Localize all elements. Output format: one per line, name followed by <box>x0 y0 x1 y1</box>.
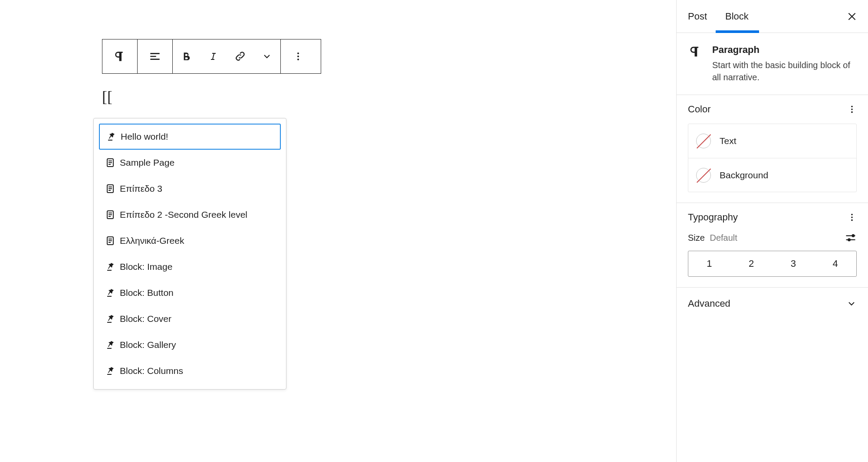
svg-point-1 <box>297 56 299 57</box>
page-icon <box>105 157 115 168</box>
text-color-button[interactable]: Text <box>688 124 856 158</box>
chevron-down-icon <box>262 51 272 62</box>
text-color-label: Text <box>720 136 736 146</box>
autocomplete-item[interactable]: Επίπεδο 3 <box>99 176 281 202</box>
typography-panel-options-button[interactable] <box>847 213 857 222</box>
autocomplete-item-label: Ελληνικά-Greek <box>120 236 184 246</box>
autocomplete-item-label: Block: Image <box>120 262 172 272</box>
pushpin-icon <box>105 314 115 324</box>
color-panel: Color Text Background <box>677 95 868 203</box>
font-size-preset-1[interactable]: 1 <box>688 251 730 276</box>
svg-point-7 <box>851 106 853 108</box>
pushpin-icon <box>105 262 115 272</box>
background-color-button[interactable]: Background <box>688 158 856 192</box>
advanced-panel-toggle[interactable]: Advanced <box>677 288 868 320</box>
block-type-description: Start with the basic building block of a… <box>712 59 857 83</box>
autocomplete-item[interactable]: Block: Columns <box>99 358 281 384</box>
svg-point-9 <box>851 111 853 113</box>
font-size-preset-2[interactable]: 2 <box>730 251 773 276</box>
autocomplete-item-label: Block: Columns <box>120 366 183 376</box>
link-icon <box>234 50 246 62</box>
font-size-preset-4[interactable]: 4 <box>814 251 856 276</box>
autocomplete-item-label: Sample Page <box>120 157 174 168</box>
size-label: Size <box>688 233 705 242</box>
typography-panel-title: Typography <box>688 212 738 223</box>
autocomplete-item-label: Επίπεδο 3 <box>120 183 162 194</box>
font-size-preset-3[interactable]: 3 <box>773 251 815 276</box>
autocomplete-item-label: Επίπεδο 2 -Second Greek level <box>120 210 247 220</box>
bold-button[interactable] <box>173 39 200 73</box>
more-vertical-icon <box>293 51 303 62</box>
close-sidebar-button[interactable] <box>845 10 858 23</box>
size-default-label: Default <box>710 233 737 242</box>
bold-icon <box>181 51 192 62</box>
block-options-button[interactable] <box>281 39 316 73</box>
tab-post[interactable]: Post <box>686 0 715 33</box>
align-left-icon <box>148 49 162 63</box>
block-type-paragraph-button[interactable] <box>102 39 137 73</box>
svg-point-2 <box>297 59 299 60</box>
autocomplete-item[interactable]: Block: Image <box>99 254 281 280</box>
autocomplete-item-label: Block: Cover <box>120 314 171 324</box>
color-panel-title: Color <box>688 104 711 115</box>
custom-size-toggle-button[interactable] <box>845 232 857 244</box>
autocomplete-item[interactable]: Block: Cover <box>99 306 281 332</box>
svg-point-12 <box>851 220 853 221</box>
block-info-panel: Paragraph Start with the basic building … <box>677 33 868 95</box>
tab-block[interactable]: Block <box>723 0 756 33</box>
autocomplete-item-label: Block: Button <box>120 288 174 298</box>
page-icon <box>105 183 115 194</box>
color-panel-options-button[interactable] <box>847 105 857 114</box>
more-vertical-icon <box>847 105 857 114</box>
autocomplete-item[interactable]: Ελληνικά-Greek <box>99 228 281 254</box>
autocomplete-item-label: Hello world! <box>121 131 168 142</box>
link-button[interactable] <box>227 39 253 73</box>
more-vertical-icon <box>847 213 857 222</box>
background-color-label: Background <box>720 170 768 180</box>
page-icon <box>105 236 115 246</box>
autocomplete-item[interactable]: Block: Button <box>99 280 281 306</box>
chevron-down-icon <box>846 298 857 309</box>
pushpin-icon <box>106 131 116 142</box>
page-icon <box>105 210 115 220</box>
settings-sidebar: Post Block Paragraph Start with the basi… <box>676 0 868 462</box>
svg-point-11 <box>851 216 853 218</box>
paragraph-icon <box>688 44 703 83</box>
svg-point-14 <box>848 238 851 241</box>
autocomplete-popup: Hello world!Sample PageΕπίπεδο 3Επίπεδο … <box>93 118 286 390</box>
typography-panel: Typography Size Default 1234 <box>677 203 868 288</box>
italic-button[interactable] <box>200 39 227 73</box>
paragraph-block-content[interactable]: [[ <box>102 88 676 106</box>
autocomplete-item-label: Block: Gallery <box>120 340 176 350</box>
block-type-title: Paragraph <box>712 44 857 56</box>
pushpin-icon <box>105 366 115 376</box>
align-button[interactable] <box>138 39 172 73</box>
svg-point-8 <box>851 108 853 110</box>
editor-canvas: A l l • l <box>0 0 676 462</box>
autocomplete-item[interactable]: Επίπεδο 2 -Second Greek level <box>99 202 281 228</box>
svg-point-0 <box>297 52 299 54</box>
paragraph-icon <box>113 49 127 63</box>
svg-point-13 <box>852 234 855 237</box>
italic-icon <box>208 51 218 62</box>
sidebar-tabs: Post Block <box>677 0 868 33</box>
autocomplete-item[interactable]: Hello world! <box>99 124 281 150</box>
empty-swatch-icon <box>696 168 711 183</box>
more-rich-text-button[interactable] <box>253 39 280 73</box>
pushpin-icon <box>105 288 115 298</box>
advanced-panel-title: Advanced <box>688 298 730 309</box>
empty-swatch-icon <box>696 134 711 148</box>
font-size-presets: 1234 <box>688 251 857 277</box>
close-icon <box>846 11 858 22</box>
sliders-icon <box>845 232 857 244</box>
autocomplete-item[interactable]: Sample Page <box>99 150 281 176</box>
pushpin-icon <box>105 340 115 350</box>
autocomplete-item[interactable]: Block: Gallery <box>99 332 281 358</box>
svg-point-10 <box>851 214 853 216</box>
block-toolbar <box>102 39 321 74</box>
